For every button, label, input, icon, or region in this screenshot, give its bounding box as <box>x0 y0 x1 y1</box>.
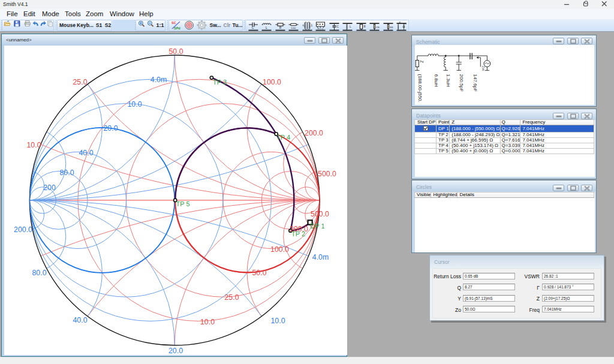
svg-text:200.0: 200.0 <box>305 128 323 137</box>
svg-text:L: L <box>350 25 351 28</box>
svg-text:80.0: 80.0 <box>59 168 74 176</box>
svg-text:20.0: 20.0 <box>103 124 118 133</box>
svg-text:R: R <box>399 22 401 24</box>
svg-text:n: n <box>302 24 304 27</box>
svg-text:R L C: R L C <box>318 28 324 30</box>
svg-text:147.6pF: 147.6pF <box>472 74 478 92</box>
svg-text:SPd: SPd <box>174 26 180 30</box>
svg-text:TP 2: TP 2 <box>291 230 305 237</box>
svg-text:25.0: 25.0 <box>224 293 239 302</box>
svg-text:TP 4: TP 4 <box>276 134 290 141</box>
svg-text:SC: SC <box>171 21 176 25</box>
svg-text:R: R <box>363 25 366 28</box>
svg-text:10.0: 10.0 <box>200 317 215 326</box>
svg-text:TP 5: TP 5 <box>176 200 189 207</box>
svg-text:50.0: 50.0 <box>168 47 183 55</box>
svg-text:OS: OS <box>376 26 380 29</box>
svg-text:40.0: 40.0 <box>73 315 87 324</box>
svg-text:80.0: 80.0 <box>32 268 46 276</box>
svg-text:R: R <box>279 26 281 29</box>
svg-text:500.0: 500.0 <box>318 170 336 178</box>
svg-text:R: R <box>405 23 407 25</box>
svg-text:Zin: Zin <box>481 66 485 71</box>
svg-text:1.3uH: 1.3uH <box>446 74 451 88</box>
svg-text:500.0: 500.0 <box>311 210 329 218</box>
svg-text:(188.00-j550.: (188.00-j550. <box>417 74 423 103</box>
svg-text:1: 1 <box>311 24 312 27</box>
svg-text:40.0: 40.0 <box>79 148 93 157</box>
svg-text:10.0: 10.0 <box>26 141 41 149</box>
svg-text:Z: Z <box>420 61 424 63</box>
svg-text:10.0: 10.0 <box>270 316 285 324</box>
svg-text:L: L <box>266 26 267 29</box>
svg-text:50.0: 50.0 <box>252 268 266 276</box>
svg-text:200: 200 <box>43 183 56 191</box>
svg-text:25.0: 25.0 <box>73 77 87 86</box>
svg-text:4.0m: 4.0m <box>312 253 328 261</box>
svg-text:10.0: 10.0 <box>127 100 142 109</box>
svg-text:200.0: 200.0 <box>14 225 32 233</box>
svg-text:C: C <box>251 26 254 29</box>
svg-text:4.0m: 4.0m <box>150 76 166 84</box>
svg-text:Line: Line <box>291 26 297 29</box>
svg-text:200.5pF: 200.5pF <box>459 74 464 92</box>
svg-text:100.0: 100.0 <box>263 77 281 86</box>
svg-text:20.0: 20.0 <box>168 347 183 354</box>
svg-text:C: C <box>336 25 339 28</box>
svg-text:100.0: 100.0 <box>270 245 289 254</box>
svg-text:SS: SS <box>390 26 393 29</box>
svg-text:6.8uH: 6.8uH <box>434 74 439 88</box>
svg-text:TP 3: TP 3 <box>212 79 226 86</box>
svg-text:DP 1: DP 1 <box>310 222 324 230</box>
